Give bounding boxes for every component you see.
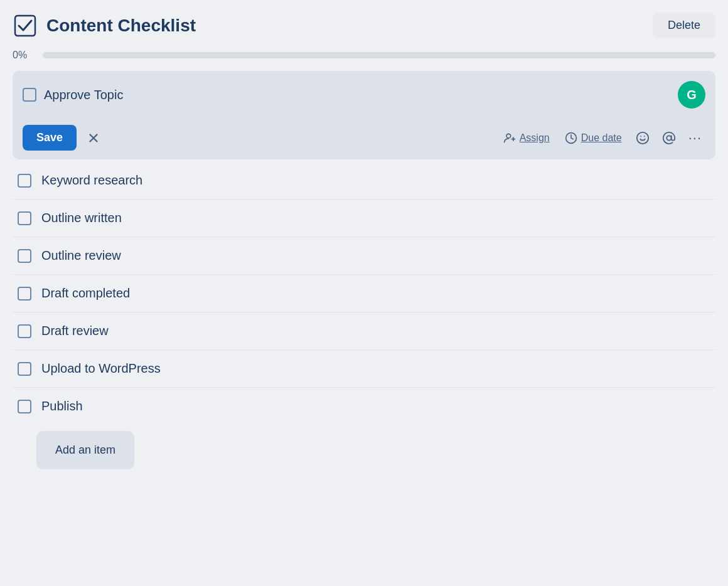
active-item-top: G <box>13 71 715 119</box>
list-item: Outline written <box>13 200 715 237</box>
item-checkbox-6[interactable] <box>18 362 31 376</box>
page-title: Content Checklist <box>46 16 196 36</box>
more-dots-icon: ··· <box>688 130 702 146</box>
list-item: Keyword research <box>13 162 715 200</box>
more-options-button[interactable]: ··· <box>685 126 705 150</box>
list-item: Outline review <box>13 237 715 275</box>
active-item-actions: Save Assign Due date <box>13 119 715 159</box>
list-item: Draft completed <box>13 275 715 312</box>
checklist-items: Keyword research Outline written Outline… <box>13 162 715 425</box>
list-item: Upload to WordPress <box>13 350 715 388</box>
mention-button[interactable] <box>658 127 680 149</box>
header-left: Content Checklist <box>13 13 196 38</box>
item-checkbox-4[interactable] <box>18 287 31 301</box>
item-checkbox-5[interactable] <box>18 324 31 338</box>
item-label-4: Draft completed <box>41 286 130 301</box>
item-label-6: Upload to WordPress <box>41 361 161 376</box>
grammarly-badge[interactable]: G <box>678 81 705 109</box>
delete-button[interactable]: Delete <box>653 13 715 38</box>
list-item: Publish <box>13 388 715 425</box>
item-checkbox-1[interactable] <box>18 174 31 188</box>
progress-row: 0% <box>13 50 715 61</box>
list-item: Draft review <box>13 312 715 350</box>
progress-label: 0% <box>13 50 35 61</box>
save-button[interactable]: Save <box>23 125 77 151</box>
progress-bar-background <box>43 52 715 58</box>
item-label-3: Outline review <box>41 248 121 263</box>
item-checkbox-3[interactable] <box>18 249 31 263</box>
active-item-checkbox[interactable] <box>23 88 36 102</box>
item-label-7: Publish <box>41 399 83 413</box>
active-editing-item: G Save Assign Due date <box>13 71 715 159</box>
item-label-5: Draft review <box>41 324 109 338</box>
emoji-button[interactable] <box>632 127 653 149</box>
assign-label: Assign <box>520 132 550 144</box>
due-date-label: Due date <box>581 132 622 144</box>
cancel-button[interactable] <box>82 126 105 150</box>
active-item-input[interactable] <box>44 88 670 102</box>
item-label-2: Outline written <box>41 211 122 225</box>
due-date-button[interactable]: Due date <box>560 128 627 148</box>
checklist-icon <box>13 13 38 38</box>
svg-point-7 <box>636 132 648 143</box>
svg-point-3 <box>506 134 511 138</box>
assign-button[interactable]: Assign <box>498 128 555 148</box>
item-checkbox-7[interactable] <box>18 400 31 413</box>
item-checkbox-2[interactable] <box>18 211 31 225</box>
header: Content Checklist Delete <box>13 13 715 38</box>
svg-point-10 <box>666 136 671 140</box>
add-item-button[interactable]: Add an item <box>36 431 134 469</box>
item-label-1: Keyword research <box>41 173 142 188</box>
